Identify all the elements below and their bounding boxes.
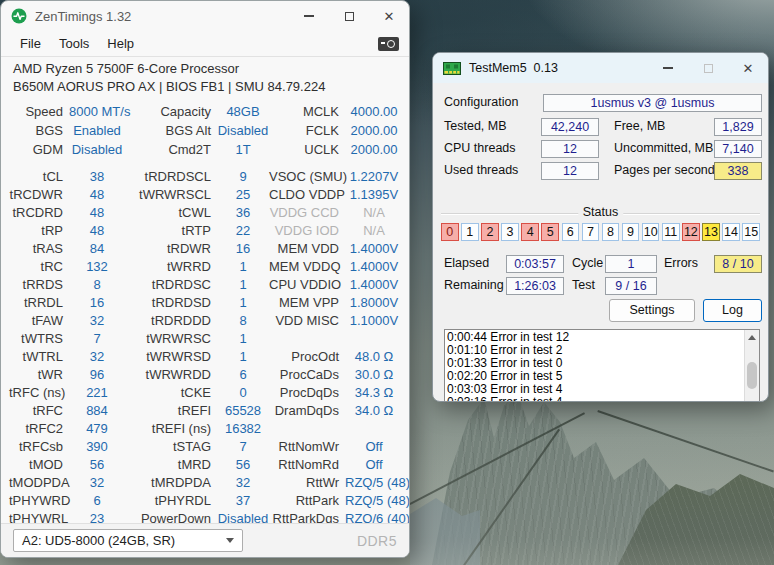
zentimings-window: ZenTimings 1.32 ✕ File Tools Help AMD Ry… xyxy=(0,0,410,558)
zentimings-titlebar[interactable]: ZenTimings 1.32 ✕ xyxy=(1,1,409,31)
cycle-label: Cycle xyxy=(572,256,603,270)
timing-label: ProcCaDs xyxy=(269,367,345,382)
timing-label: tSTAG xyxy=(125,439,217,454)
timing-value: 7 xyxy=(217,439,269,454)
testmem5-body: Configuration 1usmus v3 @ 1usmus Tested,… xyxy=(433,83,768,401)
timing-label: MEM VDD xyxy=(269,241,345,256)
timing-row: tWTRS7tWRWRSC1 xyxy=(9,329,401,347)
scrollbar-track[interactable] xyxy=(745,345,759,402)
menu-help[interactable]: Help xyxy=(98,36,143,51)
timing-label: tRFCsb xyxy=(9,439,69,454)
timing-value: Off xyxy=(345,457,403,472)
scroll-up-icon[interactable] xyxy=(745,330,760,345)
test-status-box-4: 4 xyxy=(521,223,539,241)
timing-value: 7 xyxy=(69,331,125,346)
timing-row: tRFC (ns)221tCKE0ProcDqDs34.3 Ω xyxy=(9,383,401,401)
timing-value: 36 xyxy=(217,205,269,220)
zentimings-footer: A2: UD5-8000 (24GB, SR) DDR5 xyxy=(1,523,409,557)
timing-value: 1 xyxy=(217,277,269,292)
timing-value: 9 xyxy=(217,169,269,184)
screenshot-camera-icon[interactable] xyxy=(378,37,399,51)
timing-value: N/A xyxy=(345,205,403,220)
error-log-listbox[interactable]: 0:00:44 Error in test 120:01:10 Error in… xyxy=(444,329,760,402)
timing-value: 32 xyxy=(69,475,125,490)
menu-file[interactable]: File xyxy=(11,36,50,51)
dimm-select-value: A2: UD5-8000 (24GB, SR) xyxy=(22,533,226,548)
timing-label: tWRWRSCL xyxy=(125,187,217,202)
test-status-box-15: 15 xyxy=(742,223,760,241)
timing-label: BGS Alt xyxy=(125,123,217,138)
timing-row: Speed8000 MT/sCapacity48GBMCLK4000.00 xyxy=(9,102,401,121)
timing-label: tRDRDDD xyxy=(125,313,217,328)
timing-label: tMODPDA xyxy=(9,475,69,490)
close-icon: ✕ xyxy=(743,62,754,75)
timing-value: 34.3 Ω xyxy=(345,385,403,400)
timing-label: VDDG IOD xyxy=(269,223,345,238)
tested-mb-label: Tested, MB xyxy=(444,119,507,133)
configuration-label: Configuration xyxy=(444,95,518,109)
timing-value: 6 xyxy=(69,493,125,508)
cpu-threads-field: 12 xyxy=(541,140,599,158)
minimize-button[interactable] xyxy=(289,1,329,31)
timing-row: tRCDWR48tWRWRSCL25CLDO VDDP1.1395V xyxy=(9,185,401,203)
timing-label: tWRWRDD xyxy=(125,367,217,382)
minimize-icon xyxy=(663,67,673,68)
timing-value: 32 xyxy=(217,475,269,490)
settings-button[interactable]: Settings xyxy=(609,299,695,322)
maximize-button[interactable] xyxy=(329,1,369,31)
timing-value: 16 xyxy=(217,241,269,256)
testmem5-window: TestMem5 0.13 ✕ Configuration 1usmus v3 … xyxy=(432,52,769,402)
timing-value: 38 xyxy=(69,169,125,184)
cpu-name: AMD Ryzen 5 7500F 6-Core Processor xyxy=(13,60,397,78)
maximize-icon xyxy=(704,64,713,73)
dimm-select[interactable]: A2: UD5-8000 (24GB, SR) xyxy=(13,529,243,552)
timing-value: 84 xyxy=(69,241,125,256)
uncommitted-mb-label: Uncommitted, MB xyxy=(614,141,713,155)
timing-label: tMRD xyxy=(125,457,217,472)
timing-label: tRFC (ns) xyxy=(9,385,69,400)
timing-value: 16 xyxy=(69,295,125,310)
timing-value: 37 xyxy=(217,493,269,508)
timing-label: tRCDRD xyxy=(9,205,69,220)
timing-label: RttPark xyxy=(269,493,345,508)
close-button[interactable]: ✕ xyxy=(728,53,768,83)
elapsed-field: 0:03:57 xyxy=(506,255,564,273)
minimize-button[interactable] xyxy=(648,53,688,83)
remaining-label: Remaining xyxy=(444,278,504,292)
scrollbar[interactable] xyxy=(744,330,759,402)
testmem5-titlebar[interactable]: TestMem5 0.13 ✕ xyxy=(433,53,768,83)
timing-label: tRTP xyxy=(125,223,217,238)
timing-label: tFAW xyxy=(9,313,69,328)
timing-label: tWR xyxy=(9,367,69,382)
close-icon: ✕ xyxy=(384,10,395,23)
close-button[interactable]: ✕ xyxy=(369,1,409,31)
timing-row: tFAW32tRDRDDD8VDD MISC1.1000V xyxy=(9,311,401,329)
timing-label: ProcOdt xyxy=(269,349,345,364)
test-status-box-3: 3 xyxy=(501,223,519,241)
timing-label: tRFC xyxy=(9,403,69,418)
timing-label: tREFI (ns) xyxy=(125,421,217,436)
test-status-box-1: 1 xyxy=(461,223,479,241)
status-group-label: Status xyxy=(578,205,623,219)
test-status-box-5: 5 xyxy=(541,223,559,241)
timing-value: 1.4000V xyxy=(345,259,403,274)
scrollbar-thumb[interactable] xyxy=(747,362,757,389)
timing-label: Cmd2T xyxy=(125,142,217,157)
log-button[interactable]: Log xyxy=(703,299,762,322)
timing-value: Disabled xyxy=(69,142,125,157)
menu-tools[interactable]: Tools xyxy=(50,36,98,51)
timing-label: RttWr xyxy=(269,475,345,490)
pages-per-second-field: 338 xyxy=(714,162,762,180)
timing-label: MEM VPP xyxy=(269,295,345,310)
timing-row: tRRDL16tRDRDSD1MEM VPP1.8000V xyxy=(9,293,401,311)
timing-row: tRP48tRTP22VDDG IODN/A xyxy=(9,221,401,239)
test-status-box-13: 13 xyxy=(702,223,720,241)
timing-value: 884 xyxy=(69,403,125,418)
timing-value: 8 xyxy=(217,313,269,328)
testmem5-ram-icon xyxy=(443,62,461,75)
timing-label: tRDWR xyxy=(125,241,217,256)
timing-label: tPHYRDL xyxy=(125,493,217,508)
timing-row: tCL38tRDRDSCL9VSOC (SMU)1.2207V xyxy=(9,167,401,185)
timing-value: 1T xyxy=(217,142,269,157)
timing-value: 390 xyxy=(69,439,125,454)
